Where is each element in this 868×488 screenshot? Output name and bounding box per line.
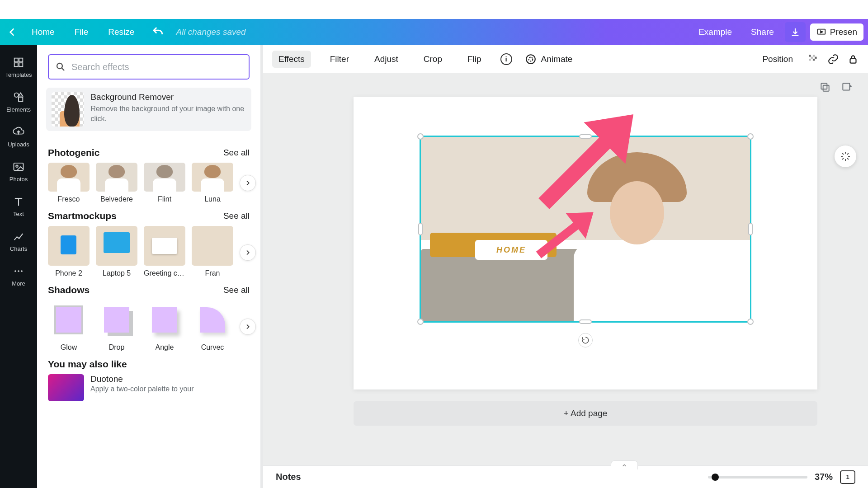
photogenic-see-all[interactable]: See all xyxy=(223,148,250,158)
shadows-item[interactable]: Glow xyxy=(48,300,90,352)
resize-handle[interactable] xyxy=(579,319,592,324)
photogenic-scroll-right[interactable] xyxy=(240,175,256,191)
photogenic-item[interactable]: Fresco xyxy=(48,163,90,203)
notes-button[interactable]: Notes xyxy=(276,472,301,482)
rail-photos[interactable]: Photos xyxy=(0,154,37,189)
canvas-viewport[interactable]: + Add page xyxy=(263,73,868,465)
animate-icon xyxy=(525,53,537,65)
photogenic-item[interactable]: Belvedere xyxy=(96,163,137,203)
share-button[interactable]: Share xyxy=(743,23,782,42)
rail-elements-label: Elements xyxy=(6,106,31,113)
shadows-see-all[interactable]: See all xyxy=(223,285,250,295)
flip-tab[interactable]: Flip xyxy=(461,51,488,68)
bg-remover-title: Background Remover xyxy=(90,92,246,102)
rail-photos-label: Photos xyxy=(9,176,28,183)
crop-tab[interactable]: Crop xyxy=(417,51,448,68)
add-page-icon[interactable] xyxy=(841,81,853,93)
effects-tab[interactable]: Effects xyxy=(272,51,311,68)
smartmockups-see-all[interactable]: See all xyxy=(223,211,250,221)
svg-rect-24 xyxy=(843,83,849,90)
search-input[interactable] xyxy=(71,62,242,72)
shadows-item[interactable]: Angle xyxy=(144,300,185,352)
effects-panel: Background Remover Remove the background… xyxy=(37,45,263,488)
image-content xyxy=(556,150,718,321)
search-effects[interactable] xyxy=(48,54,250,80)
shadows-item[interactable]: Curvec xyxy=(192,300,233,352)
svg-rect-1 xyxy=(14,58,18,62)
resize-handle[interactable] xyxy=(579,134,592,139)
svg-point-8 xyxy=(16,165,18,168)
quick-actions-button[interactable] xyxy=(835,145,856,167)
home-button[interactable]: Home xyxy=(22,27,65,37)
duotone-desc: Apply a two-color palette to your xyxy=(90,385,194,393)
info-icon[interactable]: i xyxy=(500,53,512,65)
resize-menu[interactable]: Resize xyxy=(98,27,144,37)
transparency-icon[interactable] xyxy=(807,53,819,65)
svg-rect-6 xyxy=(19,97,23,101)
templates-icon xyxy=(12,56,25,69)
shadows-item[interactable]: Drop xyxy=(96,300,137,352)
zoom-value[interactable]: 37% xyxy=(815,472,833,482)
svg-point-9 xyxy=(14,270,16,272)
example-button[interactable]: Example xyxy=(690,23,740,42)
text-icon xyxy=(12,195,25,208)
selected-image[interactable] xyxy=(420,136,751,323)
rail-templates[interactable]: Templates xyxy=(0,50,37,84)
add-page-button[interactable]: + Add page xyxy=(354,401,817,426)
back-icon[interactable] xyxy=(6,26,18,38)
resize-handle[interactable] xyxy=(748,223,753,235)
resize-handle[interactable] xyxy=(747,133,754,140)
lock-icon[interactable] xyxy=(847,53,859,65)
svg-rect-19 xyxy=(815,56,816,58)
editor-area: Effects Filter Adjust Crop Flip i Animat… xyxy=(263,45,868,488)
smartmockups-item[interactable]: Laptop 5 xyxy=(96,226,137,277)
background-remover-card[interactable]: Background Remover Remove the background… xyxy=(46,88,251,131)
duotone-card[interactable]: Duotone Apply a two-color palette to you… xyxy=(48,374,250,401)
shadows-heading: Shadows xyxy=(48,285,90,296)
download-button[interactable] xyxy=(785,22,806,42)
zoom-slider[interactable] xyxy=(708,476,807,479)
svg-rect-2 xyxy=(19,58,23,62)
rotate-handle[interactable] xyxy=(578,333,593,347)
rail-elements[interactable]: Elements xyxy=(0,84,37,119)
top-menu-bar: Home File Resize All changes saved Examp… xyxy=(0,19,868,45)
photogenic-item[interactable]: Flint xyxy=(144,163,185,203)
notes-drawer-toggle[interactable] xyxy=(611,460,638,469)
animate-button[interactable]: Animate xyxy=(525,53,573,65)
rail-uploads-label: Uploads xyxy=(8,141,29,148)
resize-handle[interactable] xyxy=(417,133,424,140)
adjust-tab[interactable]: Adjust xyxy=(368,51,405,68)
rail-charts-label: Charts xyxy=(10,245,27,252)
save-status: All changes saved xyxy=(176,27,245,37)
duplicate-page-icon[interactable] xyxy=(819,81,831,93)
link-icon[interactable] xyxy=(827,53,839,65)
smartmockups-scroll-right[interactable] xyxy=(240,244,256,261)
rail-charts[interactable]: Charts xyxy=(0,224,37,258)
rail-uploads[interactable]: Uploads xyxy=(0,119,37,154)
rail-more[interactable]: More xyxy=(0,258,37,293)
svg-point-10 xyxy=(18,270,19,272)
present-button[interactable]: Presen xyxy=(810,23,863,41)
resize-handle[interactable] xyxy=(418,223,423,235)
photogenic-item[interactable]: Luna xyxy=(192,163,233,203)
image-toolbar: Effects Filter Adjust Crop Flip i Animat… xyxy=(263,45,868,73)
position-button[interactable]: Position xyxy=(756,51,799,68)
svg-rect-21 xyxy=(850,58,856,63)
zoom-thumb[interactable] xyxy=(712,474,719,481)
shadows-scroll-right[interactable] xyxy=(240,319,256,335)
page-count-button[interactable]: 1 xyxy=(840,470,855,484)
smartmockups-item[interactable]: Greeting car... xyxy=(144,226,185,277)
resize-handle[interactable] xyxy=(747,319,754,325)
svg-rect-17 xyxy=(811,56,813,58)
smartmockups-item[interactable]: Phone 2 xyxy=(48,226,90,277)
undo-icon[interactable] xyxy=(151,25,165,39)
svg-point-5 xyxy=(14,93,19,97)
file-menu[interactable]: File xyxy=(65,27,99,37)
rail-text[interactable]: Text xyxy=(0,189,37,224)
resize-handle[interactable] xyxy=(417,319,424,325)
filter-tab[interactable]: Filter xyxy=(324,51,355,68)
chevron-right-icon xyxy=(244,249,251,256)
svg-point-14 xyxy=(528,57,533,61)
smartmockups-item[interactable]: Fran xyxy=(192,226,233,277)
sparkle-icon xyxy=(840,151,851,162)
